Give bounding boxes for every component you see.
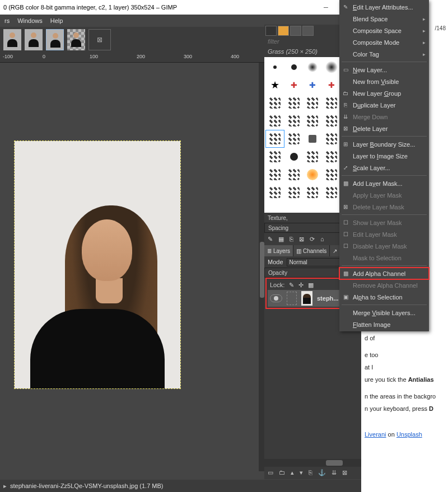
lock-alpha-icon[interactable]: ▩ bbox=[308, 282, 314, 289]
titlebar: 0 (RGB color 8-bit gamma integer, c2, 1 … bbox=[0, 0, 361, 15]
image-tab[interactable] bbox=[67, 29, 85, 50]
brush-item[interactable] bbox=[323, 95, 340, 111]
brush-item[interactable]: ✚ bbox=[285, 77, 303, 93]
delete-brush-icon[interactable]: ⊠ bbox=[299, 236, 304, 243]
menu-duplicate-layer[interactable]: ⎘Duplicate Layer bbox=[339, 99, 429, 111]
layer-name[interactable]: steph... bbox=[317, 295, 339, 302]
close-tab-button[interactable]: ⊠ bbox=[88, 29, 111, 50]
menu-layer-boundary-size[interactable]: ⊞Layer Boundary Size... bbox=[339, 138, 429, 150]
liverani-link[interactable]: Liverani bbox=[365, 431, 386, 438]
brush-item[interactable] bbox=[304, 95, 322, 111]
unsplash-link[interactable]: Unsplash bbox=[396, 431, 422, 438]
menu-color-tag[interactable]: Color Tag▸ bbox=[339, 48, 429, 60]
brush-item[interactable] bbox=[266, 148, 284, 165]
brush-item-selected[interactable] bbox=[266, 130, 284, 147]
image-canvas[interactable] bbox=[15, 141, 180, 388]
layers-tab[interactable]: ≣Layers bbox=[264, 245, 293, 256]
menu-composite-mode[interactable]: Composite Mode▸ bbox=[339, 36, 429, 48]
brush-item[interactable] bbox=[285, 113, 303, 129]
brush-item[interactable] bbox=[304, 148, 322, 165]
lock-position-icon[interactable]: ✢ bbox=[298, 282, 304, 289]
brush-item[interactable] bbox=[304, 166, 322, 183]
menu-blend-space[interactable]: Blend Space▸ bbox=[339, 13, 429, 25]
brush-item[interactable] bbox=[323, 130, 340, 147]
brush-item[interactable] bbox=[323, 113, 340, 129]
brush-item[interactable] bbox=[323, 166, 340, 183]
duplicate-layer-icon[interactable]: ⎘ bbox=[309, 469, 312, 476]
statusbar: ▸ stephanie-liverani-Zz5LQe-VSMY-unsplas… bbox=[0, 480, 361, 492]
brush-item[interactable] bbox=[266, 166, 284, 183]
brush-item[interactable] bbox=[285, 166, 303, 183]
menu-merge-down: ⇊Merge Down bbox=[339, 111, 429, 123]
layer-group-icon[interactable]: 🗀 bbox=[279, 469, 285, 476]
lower-layer-icon[interactable]: ▾ bbox=[300, 469, 303, 476]
lock-pixels-icon[interactable]: ✎ bbox=[289, 282, 294, 289]
dock-tab[interactable] bbox=[278, 26, 289, 36]
duplicate-brush-icon[interactable]: ⎘ bbox=[290, 236, 293, 242]
layers-ops-row: ▭ 🗀 ▴ ▾ ⎘ ⚓ ⇊ ⊠ bbox=[264, 467, 361, 478]
raise-layer-icon[interactable]: ▴ bbox=[291, 469, 294, 476]
brush-item[interactable] bbox=[304, 113, 322, 129]
menu-item-help[interactable]: Help bbox=[50, 17, 63, 24]
window-title: 0 (RGB color 8-bit gamma integer, c2, 1 … bbox=[3, 4, 177, 11]
menu-item[interactable]: rs bbox=[4, 17, 10, 24]
menu-new-layer[interactable]: ▭New Layer... bbox=[339, 64, 429, 76]
minimize-button[interactable]: ─ bbox=[315, 0, 337, 15]
delete-layer-icon[interactable]: ⊠ bbox=[342, 469, 347, 476]
image-tab-active[interactable] bbox=[46, 29, 64, 50]
layer-thumbnail[interactable] bbox=[301, 291, 312, 306]
edit-brush-icon[interactable]: ✎ bbox=[268, 236, 273, 243]
dock-tab[interactable] bbox=[265, 26, 277, 36]
channels-tab[interactable]: ▥Channels bbox=[293, 245, 330, 256]
anchor-layer-icon[interactable]: ⚓ bbox=[318, 469, 326, 476]
image-tab[interactable] bbox=[25, 29, 43, 50]
dock-tab[interactable] bbox=[290, 26, 301, 36]
brush-item[interactable] bbox=[323, 148, 340, 165]
new-layer-icon[interactable]: ▭ bbox=[268, 469, 273, 476]
portrait-image bbox=[15, 141, 180, 388]
menu-item-windows[interactable]: Windows bbox=[17, 17, 43, 24]
brush-item[interactable]: ✚ bbox=[304, 77, 322, 93]
brush-item[interactable] bbox=[285, 184, 303, 201]
brush-item[interactable] bbox=[304, 184, 322, 201]
layer-context-menu: ✎Edit Layer Attributes... Blend Space▸ C… bbox=[339, 0, 429, 331]
menu-delete-layer[interactable]: ⊠Delete Layer bbox=[339, 123, 429, 134]
brush-item[interactable] bbox=[266, 95, 284, 111]
menu-disable-layer-mask: ☐Disable Layer Mask bbox=[339, 240, 429, 252]
brush-item[interactable] bbox=[323, 184, 340, 201]
brush-item[interactable] bbox=[285, 130, 303, 147]
brush-item[interactable] bbox=[266, 113, 284, 129]
brush-item[interactable] bbox=[304, 59, 322, 76]
visibility-toggle[interactable] bbox=[270, 294, 282, 302]
collapse-icon[interactable]: ▸ bbox=[3, 482, 7, 490]
open-brush-icon[interactable]: ⌂ bbox=[320, 236, 324, 242]
menu-add-alpha-channel[interactable]: ▩Add Alpha Channel bbox=[339, 268, 429, 279]
brush-item[interactable] bbox=[323, 59, 340, 76]
dock-scroll[interactable] bbox=[264, 459, 361, 467]
menu-scale-layer[interactable]: ⤢Scale Layer... bbox=[339, 162, 429, 174]
menu-add-layer-mask[interactable]: ▩Add Layer Mask... bbox=[339, 177, 429, 189]
dock-tab[interactable] bbox=[302, 26, 314, 36]
menu-composite-space[interactable]: Composite Space▸ bbox=[339, 25, 429, 36]
menu-merge-visible-layers[interactable]: Merge Visible Layers... bbox=[339, 307, 429, 318]
menu-new-layer-group[interactable]: 🗀New Layer Group bbox=[339, 87, 429, 99]
menu-flatten-image[interactable]: Flatten Image bbox=[339, 318, 429, 330]
brush-item[interactable] bbox=[266, 184, 284, 201]
brush-item[interactable]: ✚ bbox=[323, 77, 340, 93]
image-tab[interactable] bbox=[3, 29, 21, 50]
canvas-area[interactable] bbox=[0, 63, 264, 480]
brush-item[interactable]: ★ bbox=[266, 77, 284, 93]
merge-layer-icon[interactable]: ⇊ bbox=[332, 469, 337, 476]
brush-item[interactable] bbox=[266, 59, 284, 76]
brush-item[interactable] bbox=[285, 95, 303, 111]
menu-layer-to-image-size[interactable]: Layer to Image Size bbox=[339, 150, 429, 162]
new-brush-icon[interactable]: ▦ bbox=[278, 236, 284, 243]
refresh-brush-icon[interactable]: ⟳ bbox=[310, 236, 315, 243]
link-toggle[interactable] bbox=[287, 292, 297, 305]
menu-new-from-visible[interactable]: New from Visible bbox=[339, 76, 429, 87]
brush-item[interactable] bbox=[285, 59, 303, 76]
menu-alpha-to-selection[interactable]: ▣Alpha to Selection bbox=[339, 291, 429, 303]
brush-item[interactable] bbox=[304, 130, 322, 147]
menu-edit-layer-attributes[interactable]: ✎Edit Layer Attributes... bbox=[339, 1, 429, 13]
brush-item[interactable] bbox=[285, 148, 303, 165]
